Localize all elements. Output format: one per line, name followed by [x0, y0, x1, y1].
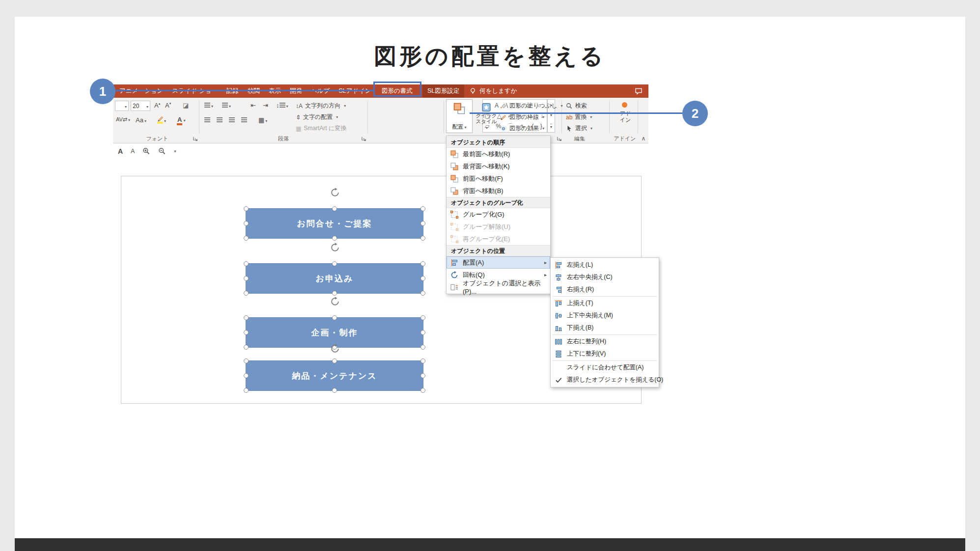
- collapse-ribbon-icon[interactable]: ∧: [640, 135, 647, 142]
- justify-button[interactable]: [241, 116, 247, 124]
- numbering-button[interactable]: [222, 102, 231, 109]
- increase-indent-button[interactable]: ⇥: [263, 102, 268, 109]
- zoom-in-icon[interactable]: [142, 147, 150, 155]
- clear-formatting-icon[interactable]: ◪: [183, 102, 189, 109]
- submenu-item-align-center[interactable]: 左右中央揃え(C): [551, 271, 659, 283]
- selection-handle[interactable]: [420, 345, 425, 350]
- rotate-handle-icon[interactable]: [330, 188, 340, 197]
- selection-handle[interactable]: [244, 330, 249, 335]
- selection-handle[interactable]: [420, 315, 425, 320]
- grow-font-button[interactable]: A▴: [154, 102, 160, 109]
- selection-handle[interactable]: [420, 236, 425, 241]
- selection-handle[interactable]: [420, 373, 425, 378]
- shape-fill-button[interactable]: 図形の塗りつぶし: [500, 102, 562, 110]
- submenu-item-align-top[interactable]: 上揃え(T): [551, 297, 659, 309]
- font-dialog-launcher-icon[interactable]: [193, 136, 198, 141]
- menu-item-ungroup[interactable]: グループ解除(U): [447, 220, 550, 233]
- selection-handle[interactable]: [244, 373, 249, 378]
- flow-shape-delivery[interactable]: 納品・メンテナンス: [246, 360, 423, 391]
- gallery-more-icon[interactable]: ▾: [550, 124, 552, 129]
- comment-icon[interactable]: [635, 87, 643, 95]
- font-size-combo[interactable]: 20: [131, 101, 150, 111]
- selection-handle[interactable]: [244, 276, 249, 281]
- menu-item-regroup[interactable]: 再グループ化(E): [447, 233, 550, 245]
- flow-shape-inquiry[interactable]: お問合せ・ご提案: [246, 208, 423, 239]
- selection-handle[interactable]: [332, 291, 337, 296]
- flow-shape-application[interactable]: お申込み: [246, 263, 423, 294]
- selection-handle[interactable]: [420, 276, 425, 281]
- selection-handle[interactable]: [244, 345, 249, 350]
- submenu-item-align-to-slide[interactable]: スライドに合わせて配置(A): [551, 361, 659, 374]
- menu-item-send-backward[interactable]: 背面へ移動(B): [447, 185, 550, 197]
- selection-handle[interactable]: [420, 388, 425, 393]
- selection-handle[interactable]: [244, 206, 249, 211]
- submenu-item-align-bottom[interactable]: 下揃え(B): [551, 322, 659, 334]
- menu-item-bring-to-front[interactable]: 最前面へ移動(R): [447, 148, 550, 160]
- find-button[interactable]: 検索: [566, 102, 587, 110]
- submenu-item-distribute-vertically[interactable]: 上下に整列(V): [551, 348, 659, 360]
- tell-me[interactable]: 何をしますか: [469, 84, 517, 98]
- flow-shape-planning[interactable]: 企画・制作: [246, 317, 423, 348]
- selection-handle[interactable]: [332, 358, 337, 363]
- selection-handle[interactable]: [332, 388, 337, 393]
- select-button[interactable]: 選択: [566, 124, 592, 133]
- replace-button[interactable]: ab置換: [566, 113, 592, 121]
- font-color-button[interactable]: A: [177, 116, 185, 123]
- menu-item-group[interactable]: グループ化(G): [447, 208, 550, 220]
- submenu-item-align-left[interactable]: 左揃え(L): [551, 259, 659, 271]
- selection-handle[interactable]: [244, 261, 249, 266]
- selection-handle[interactable]: [244, 358, 249, 363]
- quick-styles-button[interactable]: クイックスタイル: [475, 99, 498, 133]
- submenu-item-distribute-horizontally[interactable]: 左右に整列(H): [551, 335, 659, 348]
- menu-item-send-to-back[interactable]: 最背面へ移動(K): [447, 160, 550, 172]
- font-a-icon[interactable]: A: [118, 147, 123, 155]
- selection-handle[interactable]: [244, 291, 249, 296]
- selection-handle[interactable]: [244, 388, 249, 393]
- bullets-button[interactable]: [204, 102, 213, 109]
- selection-handle[interactable]: [420, 330, 425, 335]
- rotate-handle-icon[interactable]: [330, 297, 340, 306]
- menu-item-bring-forward[interactable]: 前面へ移動(F): [447, 172, 550, 185]
- shape-effects-button[interactable]: 図形の効果: [500, 124, 544, 133]
- rotate-handle-icon[interactable]: [330, 344, 340, 354]
- align-center-button[interactable]: [217, 116, 223, 124]
- submenu-item-align-middle[interactable]: 上下中央揃え(M): [551, 309, 659, 322]
- text-highlight-button[interactable]: [157, 115, 166, 124]
- shape-styles-dialog-launcher-icon[interactable]: [557, 136, 562, 141]
- menu-item-selection-pane[interactable]: オブジェクトの選択と表示(P)...: [447, 281, 550, 293]
- mini-toolbar-more-icon[interactable]: ▾: [174, 149, 176, 154]
- selection-handle[interactable]: [420, 291, 425, 296]
- align-right-button[interactable]: [229, 116, 235, 124]
- columns-button[interactable]: ▦: [258, 116, 267, 124]
- selection-handle[interactable]: [244, 236, 249, 241]
- text-align-button[interactable]: ⇕文字の配置: [296, 113, 338, 121]
- character-spacing-button[interactable]: AV⇄: [116, 116, 130, 123]
- selection-handle[interactable]: [332, 206, 337, 211]
- font-name-combo[interactable]: [115, 101, 129, 111]
- selection-handle[interactable]: [420, 358, 425, 363]
- line-spacing-button[interactable]: ↕: [276, 102, 288, 109]
- tab-sl-shape-settings[interactable]: SL図形設定: [422, 84, 464, 98]
- selection-handle[interactable]: [244, 221, 249, 226]
- change-case-button[interactable]: Aa: [136, 116, 146, 124]
- shape-outline-button[interactable]: 図形の枠線: [500, 113, 544, 121]
- menu-item-align[interactable]: 配置(A)▸: [447, 256, 550, 269]
- selection-handle[interactable]: [332, 315, 337, 320]
- shrink-font-button[interactable]: A▾: [165, 102, 171, 109]
- selection-handle[interactable]: [244, 315, 249, 320]
- selection-handle[interactable]: [420, 221, 425, 226]
- selection-handle[interactable]: [332, 261, 337, 266]
- submenu-item-align-selected-objects[interactable]: 選択したオブジェクトを揃える(O): [551, 374, 659, 386]
- align-left-button[interactable]: [204, 116, 210, 124]
- submenu-item-align-right[interactable]: 右揃え(R): [551, 283, 659, 296]
- rotate-handle-icon[interactable]: [330, 243, 340, 252]
- paragraph-dialog-launcher-icon[interactable]: [361, 136, 366, 141]
- font-a-small-icon[interactable]: A: [131, 148, 135, 155]
- selection-handle[interactable]: [332, 236, 337, 241]
- zoom-out-icon[interactable]: [158, 147, 166, 155]
- smartart-convert-button[interactable]: ▦SmartArt に変換: [296, 124, 346, 133]
- selection-handle[interactable]: [420, 206, 425, 211]
- selection-handle[interactable]: [420, 261, 425, 266]
- decrease-indent-button[interactable]: ⇤: [251, 102, 256, 109]
- arrange-button[interactable]: 配置: [446, 99, 473, 133]
